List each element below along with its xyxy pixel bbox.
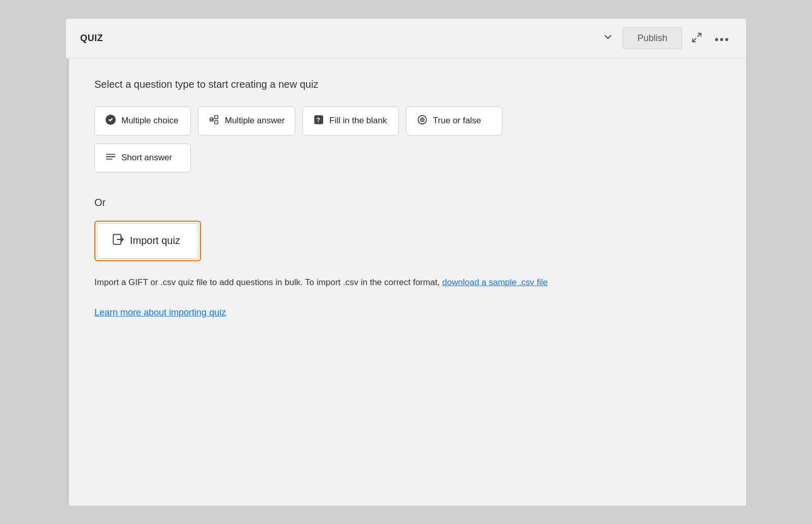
publish-button[interactable]: Publish xyxy=(623,27,682,49)
question-box-icon: ? xyxy=(313,114,324,128)
svg-point-13 xyxy=(422,119,423,120)
download-sample-link[interactable]: download a sample .csv file xyxy=(442,277,548,287)
import-quiz-button[interactable]: Import quiz xyxy=(97,223,198,259)
import-icon xyxy=(112,233,125,249)
fill-in-blank-label: Fill in the blank xyxy=(329,116,387,126)
import-description: Import a GIFT or .csv quiz file to add q… xyxy=(94,275,653,289)
import-quiz-label: Import quiz xyxy=(130,235,180,247)
multiple-choice-label: Multiple choice xyxy=(121,116,178,126)
multiple-answer-label: Multiple answer xyxy=(225,116,285,126)
content-area: Select a question type to start creating… xyxy=(66,58,746,338)
multiple-choice-button[interactable]: Multiple choice xyxy=(94,107,191,135)
short-answer-label: Short answer xyxy=(121,153,172,163)
subtitle-text: Select a question type to start creating… xyxy=(94,79,722,90)
left-accent-bar xyxy=(66,58,69,506)
main-container: QUIZ Publish xyxy=(66,19,746,506)
svg-line-0 xyxy=(698,33,701,36)
check-circle-icon xyxy=(105,114,116,128)
svg-line-1 xyxy=(693,38,696,41)
target-circle-icon xyxy=(417,114,428,128)
svg-rect-8 xyxy=(215,120,218,123)
multiple-answer-button[interactable]: Multiple answer xyxy=(198,107,295,135)
quiz-title: QUIZ xyxy=(80,33,103,44)
question-types-row-2: Short answer xyxy=(94,144,722,172)
chevron-down-button[interactable] xyxy=(599,28,617,48)
lines-icon xyxy=(105,151,116,165)
svg-rect-7 xyxy=(215,115,218,118)
import-quiz-wrapper: Import quiz xyxy=(94,221,201,261)
fill-in-blank-button[interactable]: ? Fill in the blank xyxy=(302,107,399,135)
header-right: Publish xyxy=(599,27,732,49)
more-options-button[interactable] xyxy=(712,28,732,48)
learn-more-link[interactable]: Learn more about importing quiz xyxy=(94,307,226,318)
question-types-row-1: Multiple choice Multiple answer xyxy=(94,107,722,135)
svg-point-2 xyxy=(715,38,718,41)
import-description-plain: Import a GIFT or .csv quiz file to add q… xyxy=(94,277,442,287)
svg-point-4 xyxy=(725,38,728,41)
or-label: Or xyxy=(94,197,722,208)
header: QUIZ Publish xyxy=(66,19,746,58)
true-or-false-label: True or false xyxy=(433,116,481,126)
true-or-false-button[interactable]: True or false xyxy=(406,107,502,135)
svg-text:?: ? xyxy=(317,116,320,123)
header-left: QUIZ xyxy=(80,33,103,44)
fullscreen-button[interactable] xyxy=(688,29,705,48)
multi-check-icon xyxy=(209,114,220,128)
svg-rect-6 xyxy=(210,118,213,121)
svg-point-3 xyxy=(720,38,723,41)
short-answer-button[interactable]: Short answer xyxy=(94,144,191,172)
